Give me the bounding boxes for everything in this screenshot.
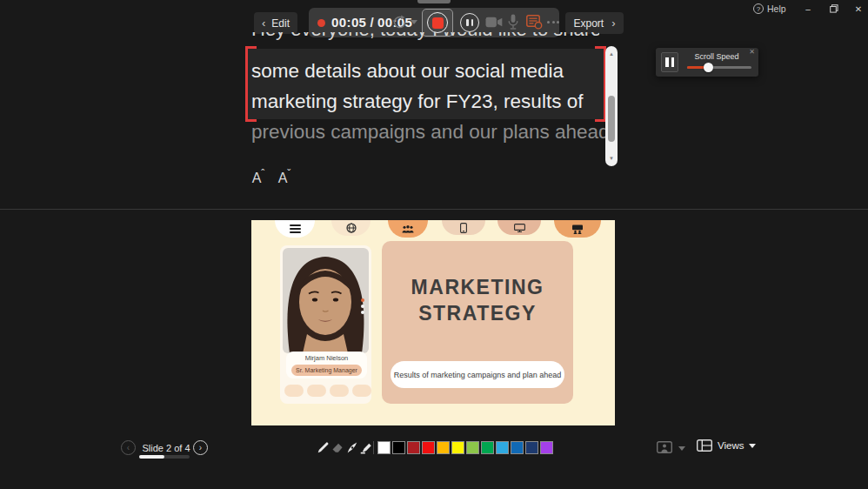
pen-color-swatch[interactable] <box>540 441 553 454</box>
font-size-decrease-button[interactable]: Aˇ <box>272 171 297 191</box>
stop-ring-icon <box>427 12 448 33</box>
slider-thumb[interactable] <box>704 63 713 72</box>
stop-square-icon <box>432 17 444 29</box>
cameo-overflow-menu-icon[interactable] <box>361 298 364 314</box>
slide-tab-globe <box>331 220 371 236</box>
slide-tab-desktop <box>497 220 541 235</box>
slide-tab-team <box>388 220 428 238</box>
highlighter-tool-button[interactable] <box>359 440 374 455</box>
pen-color-swatch[interactable] <box>377 441 391 454</box>
scroll-down-icon[interactable]: ▼ <box>609 156 614 161</box>
teleprompter-icon[interactable] <box>526 15 543 30</box>
export-label: Export <box>573 17 604 30</box>
restore-button[interactable] <box>823 1 845 17</box>
scroll-up-icon[interactable]: ▲ <box>609 51 614 57</box>
person-view-icon <box>657 441 672 453</box>
pen-color-swatch[interactable] <box>481 441 494 454</box>
close-icon: ✕ <box>855 4 862 14</box>
pen-color-palette <box>377 441 553 454</box>
presenter-name-card: Mirjam Nielson Sr. Marketing Manager <box>286 352 367 378</box>
pen-color-swatch[interactable] <box>392 441 405 454</box>
slide-tab-mobile <box>442 220 485 235</box>
camera-icon[interactable] <box>485 17 503 28</box>
tool-divider <box>373 441 374 454</box>
chevron-right-icon: › <box>611 17 615 29</box>
views-caret-icon <box>749 444 756 448</box>
cameo-view-caret-icon[interactable] <box>678 446 685 451</box>
scroll-speed-close-icon[interactable]: ✕ <box>749 48 755 56</box>
phone-icon <box>460 223 467 233</box>
pencil-tool-button[interactable] <box>316 440 331 455</box>
views-button[interactable]: Views <box>697 439 756 452</box>
restore-icon <box>830 4 838 13</box>
pause-recording-button[interactable] <box>460 13 479 32</box>
section-divider <box>0 209 868 210</box>
people-icon <box>402 225 414 233</box>
previous-slide-button[interactable]: ‹ <box>121 440 136 455</box>
decorative-dot <box>352 385 371 397</box>
slide-title: MARKETING STRATEGY <box>382 274 573 326</box>
scroll-pause-button[interactable] <box>661 52 678 72</box>
pen-color-swatch[interactable] <box>407 441 420 454</box>
slide-subtitle-pill: Results of marketing campaigns and plan … <box>391 361 564 388</box>
close-button[interactable]: ✕ <box>847 1 868 17</box>
pen-color-swatch[interactable] <box>525 441 538 454</box>
presentation-icon <box>571 224 584 234</box>
hamburger-icon <box>290 224 301 233</box>
scroll-speed-label: Scroll Speed <box>684 52 750 61</box>
next-slide-button[interactable]: › <box>193 440 208 455</box>
presenter-name: Mirjam Nielson <box>286 354 367 362</box>
presenter-video <box>283 248 369 353</box>
teleprompter-line-upcoming: previous campaigns and our plans ahead. <box>251 121 615 144</box>
slide-tab-presentation <box>554 220 601 238</box>
globe-icon <box>346 223 357 233</box>
slide-indicator: Slide 2 of 4 <box>139 443 193 453</box>
highlighter-icon <box>360 441 373 454</box>
pen-icon <box>346 441 359 454</box>
pen-tool-button[interactable] <box>345 440 360 455</box>
chevron-left-icon: ‹ <box>127 443 130 452</box>
window-drag-handle[interactable] <box>417 0 451 3</box>
teleprompter-scrollbar[interactable]: ▲ ▼ <box>605 46 618 166</box>
chevron-left-icon: ‹ <box>262 17 265 29</box>
eraser-icon <box>331 441 344 454</box>
help-button[interactable]: ? Help <box>753 2 786 16</box>
pen-color-swatch[interactable] <box>451 441 464 454</box>
decorative-dot <box>307 385 326 397</box>
timer-separator: / <box>370 15 374 30</box>
slide-progress-bar <box>139 455 190 459</box>
slide-preview: Mirjam Nielson Sr. Marketing Manager MAR… <box>251 220 615 425</box>
teleprompter-line-1: some details about our social media <box>251 60 564 83</box>
presenter-card: Mirjam Nielson Sr. Marketing Manager <box>280 245 371 404</box>
pen-color-swatch[interactable] <box>511 441 524 454</box>
export-button[interactable]: Export › <box>565 12 624 34</box>
slide-progress-fill <box>139 455 164 459</box>
edit-button[interactable]: ‹ Edit <box>254 12 297 34</box>
decorative-dot <box>330 385 349 397</box>
pen-color-swatch[interactable] <box>496 441 509 454</box>
retake-icon[interactable] <box>392 15 407 30</box>
presenter-photo-image <box>283 248 369 353</box>
teleprompter-line-2: marketing strategy for FY23, results of <box>251 90 583 113</box>
eraser-tool-button[interactable] <box>331 440 345 455</box>
presenter-role-badge: Sr. Marketing Manager <box>291 365 362 376</box>
pen-color-swatch[interactable] <box>422 441 435 454</box>
views-layout-icon <box>697 439 712 452</box>
monitor-icon <box>514 224 525 232</box>
recording-indicator-icon <box>317 19 325 27</box>
cameo-view-button[interactable] <box>657 441 672 457</box>
font-size-increase-button[interactable]: Aˆ <box>246 171 270 191</box>
minimize-button[interactable]: – <box>797 1 819 17</box>
pen-color-swatch[interactable] <box>466 441 479 454</box>
scroll-speed-panel: Scroll Speed ✕ <box>656 48 758 77</box>
retake-options-caret-icon[interactable] <box>411 20 417 24</box>
more-options-icon[interactable] <box>547 21 559 23</box>
teleprompter-clipped-line: Hey everyone, today I would like to shar… <box>246 32 599 43</box>
microphone-icon[interactable] <box>508 14 518 30</box>
slide-subtitle: Results of marketing campaigns and plan … <box>394 371 562 379</box>
pencil-icon <box>317 441 330 454</box>
scrollbar-thumb[interactable] <box>608 96 615 142</box>
slide-content-card: MARKETING STRATEGY Results of marketing … <box>382 241 573 404</box>
scroll-speed-slider[interactable] <box>687 66 751 69</box>
pen-color-swatch[interactable] <box>437 441 450 454</box>
